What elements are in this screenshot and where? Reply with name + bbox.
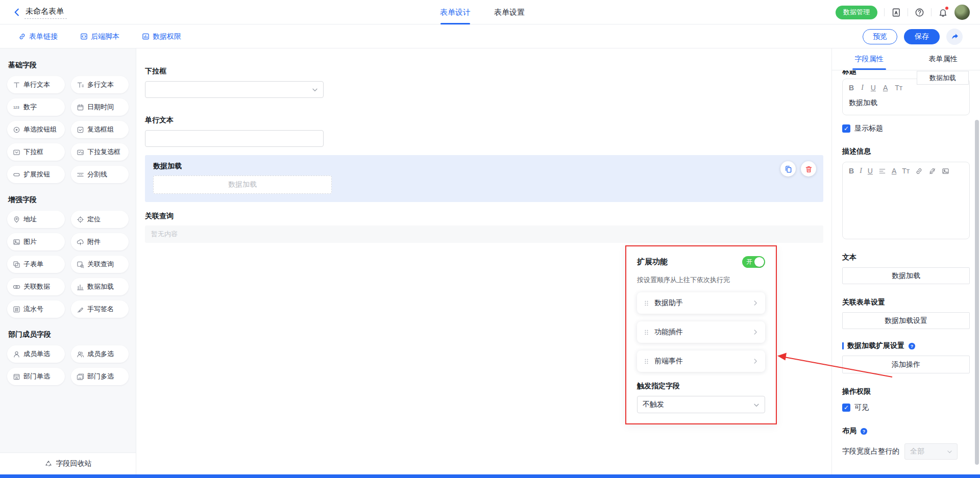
field-item-attachment[interactable]: 附件: [71, 233, 129, 250]
field-width-row: 字段宽度占整行的 全部: [842, 443, 970, 460]
question-icon[interactable]: [860, 427, 868, 435]
unlink-icon[interactable]: [928, 167, 936, 175]
permission-label: 操作权限: [842, 387, 970, 396]
underline-button[interactable]: U: [871, 84, 876, 92]
font-color-button[interactable]: A: [883, 84, 888, 92]
field-item-subform[interactable]: 子表单: [7, 256, 65, 273]
field-item-related-data[interactable]: 关联数据: [7, 278, 65, 295]
drag-handle-icon[interactable]: [643, 358, 650, 365]
field-item-datetime[interactable]: 日期时间: [71, 98, 129, 116]
question-icon[interactable]: [908, 342, 916, 350]
extension-toggle[interactable]: 开: [742, 256, 765, 268]
copy-field-button[interactable]: [780, 161, 796, 177]
field-item-multi-text[interactable]: 多行文本: [71, 76, 129, 93]
description-editor-toolbar: B I U A Tᴛ: [843, 162, 969, 179]
drag-handle-icon[interactable]: [643, 300, 650, 307]
field-item-member-multi[interactable]: 成员多选: [71, 345, 129, 363]
field-item-location[interactable]: 定位: [71, 211, 129, 228]
field-item-dept-single[interactable]: 部门单选: [7, 368, 65, 385]
delete-field-button[interactable]: [801, 161, 816, 177]
field-item-related-query[interactable]: 关联查询: [71, 256, 129, 273]
selected-field-dataload[interactable]: 数据加载 数据加载: [145, 155, 823, 202]
visible-checkbox[interactable]: ✓: [842, 404, 850, 412]
field-recycle-bin[interactable]: 字段回收站: [0, 452, 136, 474]
field-item-data-load[interactable]: 数据加载: [71, 278, 129, 295]
trigger-field-select[interactable]: 不触发: [637, 396, 765, 413]
layout-label: 布局: [842, 426, 856, 436]
app-header: 未命名表单 表单设计 表单设置 数据管理: [0, 0, 980, 24]
extension-header: 扩展功能 开: [637, 256, 765, 268]
underline-button[interactable]: U: [868, 167, 873, 175]
tab-form-design[interactable]: 表单设计: [440, 0, 471, 24]
italic-button[interactable]: I: [861, 84, 864, 92]
link-icon[interactable]: [915, 167, 923, 175]
extension-item-function-plugin[interactable]: 功能插件: [637, 321, 765, 343]
select-icon: [13, 148, 20, 156]
pen-icon: [77, 306, 84, 313]
field-item-address[interactable]: 地址: [7, 211, 65, 228]
extension-item-data-assistant[interactable]: 数据助手: [637, 292, 765, 314]
field-width-select[interactable]: 全部: [904, 443, 958, 460]
notification-button[interactable]: [938, 8, 948, 17]
field-item-select[interactable]: 下拉框: [7, 143, 65, 161]
extension-item-frontend-event[interactable]: 前端事件: [637, 350, 765, 372]
description-editor-value[interactable]: [843, 179, 969, 233]
save-button[interactable]: 保存: [904, 29, 940, 44]
target-icon: [77, 216, 84, 223]
select-field-control[interactable]: [145, 81, 324, 98]
text-value-button[interactable]: 数据加载: [842, 267, 970, 284]
form-link-button[interactable]: 表单链接: [18, 32, 58, 41]
tab-form-settings[interactable]: 表单设置: [494, 0, 525, 24]
cloud-upload-icon: [77, 238, 84, 246]
data-permission-button[interactable]: 数据权限: [142, 32, 181, 41]
form-title[interactable]: 未命名表单: [24, 7, 67, 19]
tab-field-properties[interactable]: 字段属性: [832, 48, 906, 70]
field-item-number[interactable]: 数字: [7, 98, 65, 116]
tab-form-properties[interactable]: 表单属性: [906, 48, 980, 70]
share-button[interactable]: [946, 29, 963, 45]
data-manage-button[interactable]: 数据管理: [836, 6, 877, 19]
field-item-single-text[interactable]: 单行文本: [7, 76, 65, 93]
panel-scrollbar[interactable]: [975, 120, 979, 465]
field-item-image[interactable]: 图片: [7, 233, 65, 250]
font-size-button[interactable]: Tᴛ: [902, 167, 910, 175]
help-icon[interactable]: [915, 8, 924, 17]
title-editor-value[interactable]: 数据加载: [843, 95, 969, 115]
show-title-checkbox[interactable]: ✓: [842, 124, 850, 133]
field-item-checkbox-group[interactable]: 复选框组: [71, 121, 129, 138]
insert-image-icon[interactable]: [942, 167, 949, 175]
dataload-settings-button[interactable]: 数据加载设置: [842, 312, 970, 329]
avatar[interactable]: [954, 5, 970, 20]
backend-script-button[interactable]: 后端脚本: [80, 32, 119, 41]
chevron-down-icon: [753, 401, 760, 409]
relquery-field-label: 关联查询: [145, 212, 823, 221]
dataload-trigger-button[interactable]: 数据加载: [153, 175, 332, 194]
share-icon: [950, 32, 959, 41]
active-tab-underline: [852, 68, 886, 70]
description-editor: B I U A Tᴛ: [842, 162, 970, 239]
field-item-serial-number[interactable]: 流水号: [7, 300, 65, 318]
italic-button[interactable]: I: [860, 167, 862, 175]
field-item-multi-select[interactable]: 下拉复选框: [71, 143, 129, 161]
drag-handle-icon[interactable]: [643, 329, 650, 336]
font-size-button[interactable]: Tᴛ: [895, 84, 902, 92]
align-icon[interactable]: [878, 167, 886, 175]
text-field-control[interactable]: [145, 130, 324, 147]
contacts-icon[interactable]: [891, 8, 901, 17]
field-item-dept-multi[interactable]: 部门多选: [71, 368, 129, 385]
field-item-radio-group[interactable]: 单选按钮组: [7, 121, 65, 138]
number-icon: [13, 104, 20, 111]
field-item-signature[interactable]: 手写签名: [71, 300, 129, 318]
font-color-button[interactable]: A: [892, 167, 896, 175]
field-item-extend-button[interactable]: 扩展按钮: [7, 166, 65, 183]
preview-button[interactable]: 预览: [863, 29, 897, 44]
bold-button[interactable]: B: [849, 167, 854, 175]
section-title-enhanced: 增强字段: [8, 195, 136, 205]
add-operation-button[interactable]: 添加操作: [842, 356, 970, 373]
field-item-divider[interactable]: 分割线: [71, 166, 129, 183]
field-item-member-single[interactable]: 成员单选: [7, 345, 65, 363]
back-icon[interactable]: [12, 8, 21, 17]
active-tab-underline: [440, 23, 470, 24]
bold-button[interactable]: B: [849, 84, 854, 92]
relquery-empty-box[interactable]: 暂无内容: [145, 225, 823, 243]
